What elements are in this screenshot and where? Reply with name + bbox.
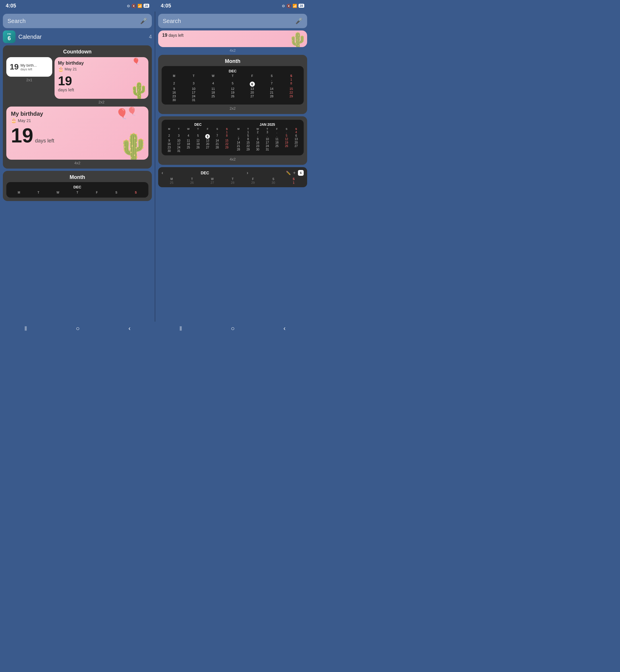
nav-menu-icon-left[interactable]: ⦀ bbox=[24, 325, 27, 332]
large-cactus: 🌵 bbox=[117, 132, 148, 160]
countdown-widget-4x2: My birthday 🎂 May 21 19 days left 🌵 🎈 🎈 bbox=[6, 106, 148, 160]
partial-cactus: 🌵 bbox=[288, 31, 307, 47]
balloon-decoration: 🎈 bbox=[132, 58, 140, 65]
month-section-left: Month DEC M T W T F S S bbox=[3, 171, 152, 201]
search-label-right: Search bbox=[163, 18, 295, 25]
app-icon-day-num: 6 bbox=[7, 35, 11, 41]
app-title: Calendar bbox=[18, 34, 146, 40]
month-title-left: Month bbox=[6, 174, 148, 180]
size-label-2x1: 2x1 bbox=[27, 78, 33, 82]
countdown-large-days: days left bbox=[35, 138, 54, 144]
app-count: 4 bbox=[149, 34, 152, 40]
partial-widget-top: 19 days left 🌵 bbox=[158, 31, 307, 47]
nav-back-icon-left[interactable]: ‹ bbox=[128, 325, 131, 332]
mic-icon-right[interactable]: 🎤 bbox=[295, 17, 303, 25]
dual-jan-label: JAN 2025 bbox=[234, 123, 301, 127]
cal-hdr-su: S bbox=[126, 190, 146, 195]
nav-home-icon-left[interactable]: ○ bbox=[76, 325, 80, 332]
right-panel: Search 🎤 19 days left 🌵 4x2 Month DEC M … bbox=[155, 11, 310, 322]
countdown-medium-num: 19 bbox=[58, 75, 72, 87]
dual-today-6: 6 bbox=[205, 134, 210, 139]
countdown-small-name: My birth... bbox=[20, 63, 37, 67]
time-left: 4:05 bbox=[6, 3, 16, 9]
nav-bar: ⦀ ○ ‹ ⦀ ○ ‹ bbox=[0, 322, 310, 336]
countdown-large-date: May 21 bbox=[18, 118, 31, 123]
cactus-decoration: 🌵 bbox=[129, 81, 148, 99]
size-label-2x2: 2x2 bbox=[98, 100, 104, 104]
large-balloon2: 🎈 bbox=[127, 106, 137, 116]
countdown-small-days: days left bbox=[20, 67, 37, 71]
countdown-large-num: 19 bbox=[11, 126, 33, 146]
left-panel: Search 🎤 FRI 6 Calendar 4 Countdown 19 bbox=[0, 11, 155, 322]
nav-menu-icon-right[interactable]: ⦀ bbox=[179, 325, 182, 332]
mic-icon-left[interactable]: 🎤 bbox=[140, 17, 147, 25]
status-icons-right: ⊖🔇📶 28 bbox=[282, 4, 304, 8]
nav-month-name: DEC bbox=[201, 171, 209, 175]
size-label-4x2: 4x2 bbox=[74, 161, 81, 165]
month-section-right: Month DEC M T W T F S S . . . . bbox=[158, 55, 307, 114]
calendar-dark-right-2x2: DEC M T W T F S S . . . . . . 1 bbox=[162, 66, 304, 104]
search-label-left: Search bbox=[7, 18, 140, 25]
calendar-dark-left: DEC M T W T F S S bbox=[6, 182, 148, 198]
large-balloon: 🎈 bbox=[116, 108, 128, 120]
countdown-title: Countdown bbox=[6, 49, 148, 55]
nav-next-btn[interactable]: › bbox=[247, 170, 248, 176]
cal-hdr-m: M bbox=[9, 190, 29, 195]
search-bar-right[interactable]: Search 🎤 bbox=[158, 14, 307, 28]
nav-cal-widget: ‹ DEC › ✏️ + 6 M T W T F S S bbox=[158, 167, 307, 187]
top-size-label: 4x2 bbox=[158, 48, 307, 53]
dual-dec-label: DEC bbox=[164, 123, 231, 127]
edit-icon[interactable]: ✏️ bbox=[286, 171, 291, 175]
dual-cal-dark: DEC M T W T F S S . . . . . . bbox=[162, 120, 304, 155]
search-bar-left[interactable]: Search 🎤 bbox=[3, 14, 152, 28]
app-header: FRI 6 Calendar 4 bbox=[3, 31, 152, 43]
dual-size-label: 4x2 bbox=[162, 157, 304, 161]
status-icons-left: ⊖🔇📶 28 bbox=[127, 4, 149, 8]
cal-hdr-t1: T bbox=[29, 190, 48, 195]
countdown-small-num: 19 bbox=[10, 62, 19, 71]
partial-days-text: 19 days left bbox=[162, 33, 184, 38]
cal-hdr-f: F bbox=[87, 190, 106, 195]
month-title-right: Month bbox=[162, 58, 304, 64]
calendar-app-icon: FRI 6 bbox=[3, 31, 15, 43]
today-badge-nav: 6 bbox=[298, 170, 304, 176]
cal-hdr-s: S bbox=[106, 190, 126, 195]
dec-label-left: DEC bbox=[9, 185, 146, 189]
today-6: 6 bbox=[250, 82, 255, 87]
add-icon[interactable]: + bbox=[293, 170, 296, 176]
dual-cal-section: DEC M T W T F S S . . . . . . bbox=[158, 116, 307, 165]
badge-left: 28 bbox=[144, 4, 149, 8]
countdown-section: Countdown 19 My birth... days left 2x1 bbox=[3, 45, 152, 169]
countdown-widget-2x2: My birthday 🎂 May 21 19 days left 🌵 🎈 bbox=[55, 57, 148, 99]
nav-back-icon-right[interactable]: ‹ bbox=[283, 325, 286, 332]
countdown-widget-2x1: 19 My birth... days left bbox=[6, 57, 52, 77]
time-right: 4:05 bbox=[161, 3, 171, 9]
countdown-medium-date: May 21 bbox=[64, 67, 77, 71]
dec-label-r1: DEC bbox=[164, 69, 301, 73]
badge-right: 28 bbox=[299, 4, 304, 8]
nav-home-icon-right[interactable]: ○ bbox=[231, 325, 235, 332]
nav-prev-btn[interactable]: ‹ bbox=[162, 170, 163, 176]
cal-hdr-w: W bbox=[48, 190, 68, 195]
right-2x2-label: 2x2 bbox=[162, 106, 304, 110]
cal-hdr-t2: T bbox=[68, 190, 87, 195]
